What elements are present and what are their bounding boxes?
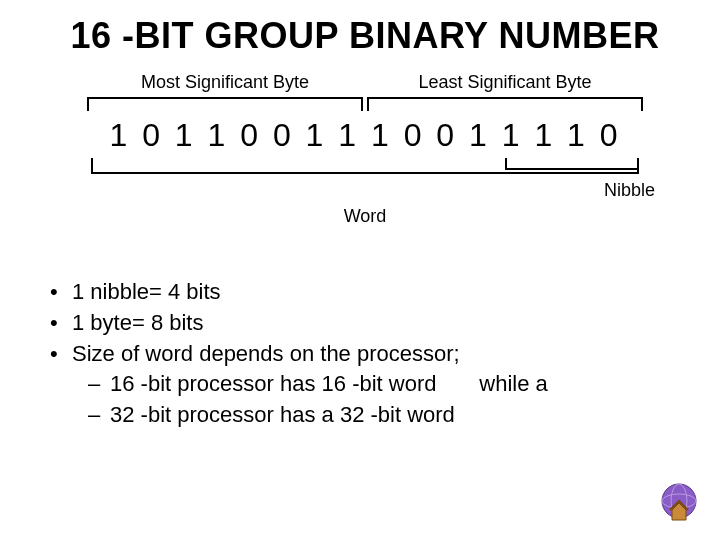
bullet-1: • 1 nibble= 4 bits <box>50 277 690 308</box>
binary-diagram: Most Significant Byte Least Significant … <box>85 72 645 257</box>
lsb-label: Least Significant Byte <box>365 72 645 97</box>
nibble-bracket <box>505 158 639 170</box>
sub-bullet-2-text: 32 -bit processor has a 32 -bit word <box>110 400 455 431</box>
lsb-bracket <box>367 97 643 111</box>
bullet-marker: • <box>50 339 72 370</box>
sub-bullet-1-text: 16 -bit processor has 16 -bit word while… <box>110 369 548 400</box>
dash-marker: – <box>88 369 110 400</box>
lower-brackets: Nibble <box>85 158 645 174</box>
sub-bullet-1a: 16 -bit processor has 16 -bit word <box>110 371 437 396</box>
binary-bits: 1 0 1 1 0 0 1 1 1 0 0 1 1 1 1 0 <box>85 111 645 158</box>
bullet-list: • 1 nibble= 4 bits • 1 byte= 8 bits • Si… <box>50 277 690 431</box>
msb-bracket <box>87 97 363 111</box>
byte-brackets <box>85 97 645 111</box>
word-label: Word <box>85 206 645 227</box>
sub-bullet-1: – 16 -bit processor has 16 -bit word whi… <box>50 369 690 400</box>
slide-title: 16 -BIT GROUP BINARY NUMBER <box>40 15 690 57</box>
bullet-marker: • <box>50 277 72 308</box>
msb-label: Most Significant Byte <box>85 72 365 97</box>
sub-bullet-1b: while a <box>479 371 547 396</box>
bullet-3: • Size of word depends on the processor; <box>50 339 690 370</box>
nibble-label: Nibble <box>535 180 655 201</box>
bullet-marker: • <box>50 308 72 339</box>
bullet-2: • 1 byte= 8 bits <box>50 308 690 339</box>
bullet-1-text: 1 nibble= 4 bits <box>72 277 221 308</box>
dash-marker: – <box>88 400 110 431</box>
slide: 16 -BIT GROUP BINARY NUMBER Most Signifi… <box>0 0 720 540</box>
byte-labels-row: Most Significant Byte Least Significant … <box>85 72 645 97</box>
bullet-2-text: 1 byte= 8 bits <box>72 308 203 339</box>
home-globe-icon[interactable] <box>656 480 702 526</box>
sub-bullet-2: – 32 -bit processor has a 32 -bit word <box>50 400 690 431</box>
globe-home-svg <box>656 480 702 526</box>
bullet-3-text: Size of word depends on the processor; <box>72 339 460 370</box>
